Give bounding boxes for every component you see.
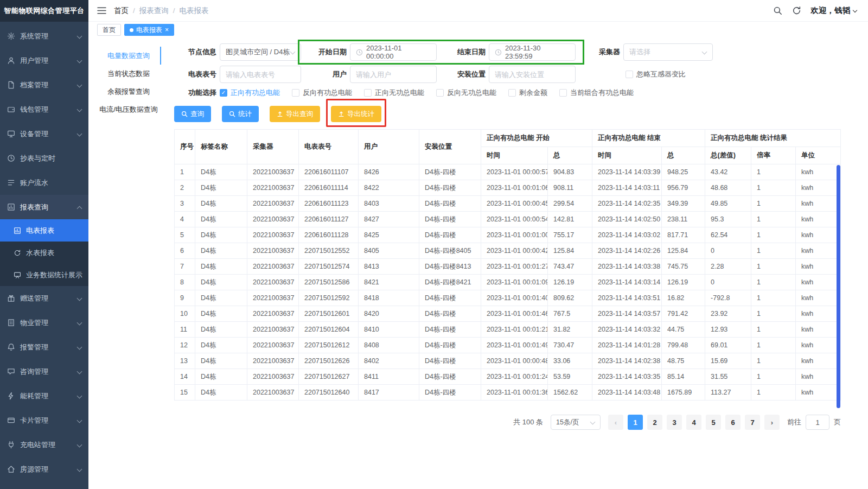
submenu-item-business-stats[interactable]: 业务数据统计展示 xyxy=(0,264,88,286)
next-page-button[interactable]: › xyxy=(764,415,780,430)
user-input[interactable] xyxy=(350,66,437,83)
sidebar-item-reports[interactable]: 报表查询 xyxy=(0,195,88,219)
cell-text: D4栋-四楼 xyxy=(425,199,475,208)
cell-total-start: 755.17 xyxy=(548,227,592,243)
hamburger-menu-icon[interactable] xyxy=(97,7,106,15)
sidebar-item-housing[interactable]: 房源管理 xyxy=(0,457,88,481)
checkbox-reverse-active-energy[interactable]: 反向有功总电能 xyxy=(292,88,352,98)
page-button-4[interactable]: 4 xyxy=(686,415,701,430)
subnav-item-energy-data-query[interactable]: 电量数据查询 xyxy=(97,47,161,65)
sidebar-item-property[interactable]: 物业管理 xyxy=(0,310,88,335)
submenu-item-water-meter-report[interactable]: 水表报表 xyxy=(0,242,88,264)
cell-tag-name: D4栋 xyxy=(195,212,247,227)
app-logo-title: 智能物联网综合管理平台 xyxy=(0,0,88,22)
reports-submenu: 电表报表 水表报表 业务数据统计展示 xyxy=(0,219,88,286)
tab-home[interactable]: 首页 xyxy=(97,24,121,36)
breadcrumb-report-query[interactable]: 报表查询 xyxy=(139,6,169,16)
group-header-stats: 正向有功总电能 统计结果 xyxy=(705,130,841,147)
cell-text: 2023-11-01 00:00:54 xyxy=(487,215,542,223)
checkbox-remaining-balance[interactable]: 剩余金额 xyxy=(508,88,547,98)
user-menu[interactable]: 欢迎，钱韬 xyxy=(811,5,858,16)
page-button-7[interactable]: 7 xyxy=(745,415,760,430)
cell-location: D4栋-四楼 xyxy=(419,385,481,401)
cell-text: 8417 xyxy=(364,389,413,396)
cell-text: D4栋 xyxy=(201,372,241,382)
sidebar-item-consulting[interactable]: 咨询管理 xyxy=(0,359,88,384)
query-button[interactable]: 查询 xyxy=(174,106,211,122)
sidebar-item-wallet[interactable]: 钱包管理 xyxy=(0,97,88,122)
cell-text: D4栋-四楼 xyxy=(425,388,475,397)
page-button-3[interactable]: 3 xyxy=(667,415,682,430)
node-select[interactable]: 图灵城市空间 / D4栋 xyxy=(220,43,301,61)
ignore-ct-ratio-checkbox[interactable]: 忽略互感器变比 xyxy=(626,69,686,79)
subnav-item-balance-alarm[interactable]: 余额报警查询 xyxy=(97,82,161,100)
sidebar-item-meter-reading[interactable]: 抄表与定时 xyxy=(0,146,88,170)
sidebar-item-charging-stations[interactable]: 充电站管理 xyxy=(0,433,88,457)
cell-text: 220715012612 xyxy=(304,341,353,349)
checkbox-combined-active-energy[interactable]: 当前组合有功总电能 xyxy=(559,88,634,98)
sidebar-item-devices[interactable]: 设备管理 xyxy=(0,122,88,146)
cell-tag-name: D4栋 xyxy=(195,196,247,212)
cell-text: D4栋 xyxy=(201,262,241,271)
checkbox-forward-reactive-energy[interactable]: 正向无功总电能 xyxy=(364,88,424,98)
search-icon[interactable] xyxy=(773,6,782,15)
cell-seq: 12 xyxy=(175,338,195,353)
close-icon[interactable]: × xyxy=(165,27,169,33)
breadcrumb-home[interactable]: 首页 xyxy=(114,6,129,16)
cell-tag-name: D4栋 xyxy=(195,338,247,353)
page-button-1[interactable]: 1 xyxy=(628,415,643,430)
col-header-meter-no: 电表表号 xyxy=(299,130,359,164)
sidebar-item-users[interactable]: 用户管理 xyxy=(0,48,88,73)
tab-electric-meter-report[interactable]: 电表报表 × xyxy=(124,24,174,36)
checkbox-forward-active-energy[interactable]: 正向有功总电能 xyxy=(220,88,280,98)
location-input[interactable] xyxy=(489,66,576,83)
cell-text: 1 xyxy=(757,184,790,192)
end-date-input[interactable]: 2023-11-30 23:59:59 xyxy=(489,43,576,61)
collector-select[interactable]: 请选择 xyxy=(623,43,713,61)
sidebar-item-energy[interactable]: 能耗管理 xyxy=(0,384,88,408)
sidebar-item-alarms[interactable]: 报警管理 xyxy=(0,335,88,359)
sidebar-item-cards[interactable]: 卡片管理 xyxy=(0,408,88,433)
cell-text: 220715012552 xyxy=(304,247,353,255)
cell-text: 2023-11-14 14:03:14 xyxy=(598,278,656,286)
page-button-5[interactable]: 5 xyxy=(706,415,721,430)
page-size-select[interactable]: 15条/页 xyxy=(551,415,601,430)
refresh-icon[interactable] xyxy=(792,6,801,15)
cell-total-start: 299.54 xyxy=(548,196,592,212)
goto-page-input[interactable] xyxy=(806,415,829,430)
prev-page-button[interactable]: ‹ xyxy=(608,415,623,430)
export-stats-button[interactable]: 导出统计 xyxy=(331,106,381,122)
cell-text: 1 xyxy=(180,168,189,176)
table-scrollbar[interactable] xyxy=(837,165,840,408)
sidebar-item-account-flow[interactable]: 账户流水 xyxy=(0,170,88,195)
sidebar-item-archives[interactable]: 档案管理 xyxy=(0,73,88,97)
export-query-button[interactable]: 导出查询 xyxy=(270,106,320,122)
cell-text: 1 xyxy=(757,373,790,380)
meter-no-input[interactable] xyxy=(220,66,301,83)
chevron-down-icon xyxy=(77,59,81,63)
export-stats-annotated: 导出统计 xyxy=(331,106,381,122)
cell-text: 2023-11-01 00:01:24 xyxy=(487,373,542,380)
sidebar-item-system[interactable]: 系统管理 xyxy=(0,24,88,48)
start-date-input[interactable]: 2023-11-01 00:00:00 xyxy=(350,43,437,61)
subnav-item-current-status[interactable]: 当前状态数据 xyxy=(97,65,161,82)
cell-total-end: 799.48 xyxy=(662,338,705,353)
cell-unit: kwh xyxy=(796,322,841,338)
page-button-2[interactable]: 2 xyxy=(647,415,662,430)
submenu-item-electric-meter-report[interactable]: 电表报表 xyxy=(0,219,88,242)
start-date-label: 开始日期 xyxy=(313,47,347,57)
stats-button[interactable]: 统计 xyxy=(222,106,259,122)
sidebar-item-gifts[interactable]: 赠送管理 xyxy=(0,286,88,310)
cell-total-end: 948.25 xyxy=(662,164,705,180)
goto-page: 前往 页 xyxy=(787,415,841,430)
page-button-6[interactable]: 6 xyxy=(725,415,741,430)
subnav-item-current-voltage[interactable]: 电流/电压数据查询 xyxy=(97,100,161,118)
cell-text: kwh xyxy=(801,373,835,380)
cell-text: 2023-11-14 14:02:26 xyxy=(598,247,656,255)
cell-total-start: 1562.62 xyxy=(548,385,592,401)
cell-unit: kwh xyxy=(796,353,841,369)
cell-text: 126.19 xyxy=(553,278,586,286)
checkbox-reverse-reactive-energy[interactable]: 反向无功总电能 xyxy=(436,88,496,98)
query-panel: 节点信息 图灵城市空间 / D4栋 开始日期 2023-11-01 00:00:… xyxy=(161,43,859,489)
chevron-down-icon xyxy=(77,443,81,447)
